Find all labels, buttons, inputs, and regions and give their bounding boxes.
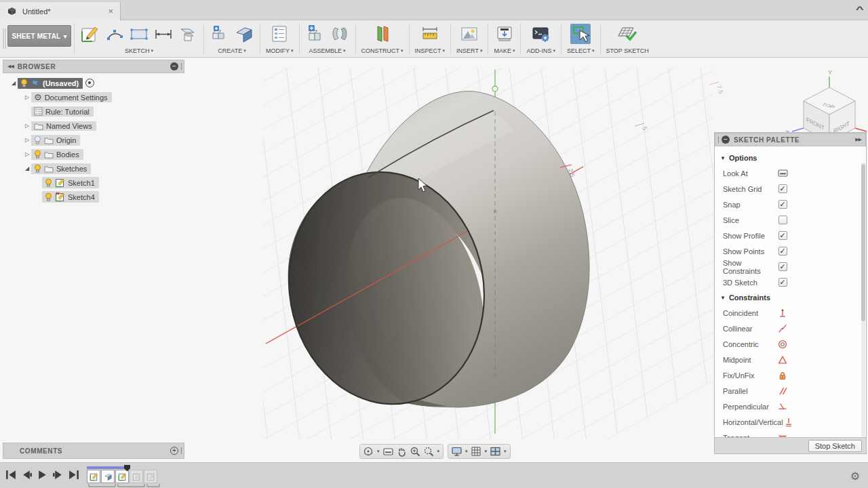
option-row-sketch-grid[interactable]: Sketch Grid ✓ <box>715 181 866 197</box>
parallel-icon[interactable] <box>778 386 787 396</box>
tree-row-sketches[interactable]: ◢ Sketches <box>3 161 184 176</box>
constraints-section-header[interactable]: ▼ Constraints <box>715 290 866 305</box>
display-settings-icon[interactable] <box>451 446 462 457</box>
option-row-snap[interactable]: Snap ✓ <box>715 197 866 212</box>
toolbar-grip[interactable] <box>3 28 6 49</box>
visibility-bulb-icon[interactable] <box>34 150 41 159</box>
timeline-sketch-feature-current[interactable] <box>115 470 129 483</box>
options-section-header[interactable]: ▼ Options <box>715 150 866 165</box>
visibility-bulb-off-icon[interactable] <box>34 136 41 145</box>
tree-row-root[interactable]: ◢ (Unsaved) <box>3 76 184 90</box>
stop-sketch-icon[interactable] <box>617 24 637 44</box>
tree-row-sketch1[interactable]: Sketch1 <box>3 176 184 190</box>
timeline-flange-feature[interactable] <box>101 470 115 483</box>
panel-grip[interactable] <box>718 136 719 143</box>
orbit-icon[interactable] <box>363 446 374 457</box>
zoom-icon[interactable] <box>410 446 421 457</box>
workspace-selector[interactable]: SHEET METAL ▾ <box>7 25 71 47</box>
step-back-icon[interactable] <box>21 470 33 480</box>
timeline-sketch-feature[interactable] <box>87 470 100 483</box>
look-at-button-icon[interactable] <box>778 169 788 178</box>
go-to-end-icon[interactable] <box>68 470 79 480</box>
constraint-row-concentric[interactable]: Concentric <box>715 336 866 352</box>
panel-collapse-icon[interactable]: ◀◀ <box>7 64 14 69</box>
tree-expanded-icon[interactable]: ◢ <box>23 165 31 171</box>
checkbox[interactable]: ✓ <box>778 262 787 271</box>
palette-scrollbar[interactable] <box>861 163 865 437</box>
zoom-window-icon[interactable] <box>423 446 435 457</box>
fix-unfix-lock-icon[interactable] <box>778 371 787 380</box>
tree-row-bodies[interactable]: ▷ Bodies <box>3 147 184 161</box>
midpoint-icon[interactable] <box>778 355 787 365</box>
visibility-bulb-icon[interactable] <box>45 178 52 188</box>
tree-collapsed-icon[interactable]: ▷ <box>23 151 31 157</box>
checkbox[interactable]: ✓ <box>778 278 787 287</box>
tree-collapsed-icon[interactable]: ▷ <box>23 123 31 129</box>
checkbox[interactable]: ✓ <box>778 200 787 209</box>
project-include-icon[interactable] <box>178 24 198 44</box>
look-at-icon[interactable] <box>382 446 394 457</box>
checkbox[interactable]: ✓ <box>778 247 787 256</box>
concentric-icon[interactable] <box>778 340 787 349</box>
step-forward-icon[interactable] <box>52 470 64 480</box>
construction-plane-icon[interactable] <box>372 24 393 44</box>
tree-row-named-views[interactable]: ▷ Named Views <box>3 119 184 133</box>
constraint-row-parallel[interactable]: Parallel <box>715 383 866 399</box>
checkbox[interactable]: ✓ <box>778 184 787 193</box>
rectangle-tool-icon[interactable] <box>129 24 149 44</box>
tab-close-icon[interactable]: × <box>108 6 113 16</box>
chevron-down-icon[interactable]: ▾ <box>377 449 380 454</box>
constraint-row-horizontal-vertical[interactable]: Horizontal/Vertical <box>715 414 866 430</box>
chevron-down-icon[interactable]: ▾ <box>465 449 468 454</box>
tree-expanded-icon[interactable]: ◢ <box>9 80 18 86</box>
sheet-metal-rules-icon[interactable] <box>269 24 290 44</box>
timeline-playhead-marker[interactable] <box>124 465 131 472</box>
comments-header[interactable]: COMMENTS + <box>3 443 184 459</box>
chevron-down-icon[interactable]: ▾ <box>485 449 488 454</box>
scripts-addins-icon[interactable] <box>531 24 551 44</box>
option-row-show-constraints[interactable]: Show Constraints ✓ <box>715 259 866 274</box>
visibility-bulb-icon[interactable] <box>45 192 52 202</box>
panel-hide-icon[interactable]: − <box>722 136 730 144</box>
tree-row-rule[interactable]: Rule: Tutorial <box>3 104 184 119</box>
grid-settings-icon[interactable] <box>471 446 482 457</box>
tree-collapsed-icon[interactable]: ▷ <box>23 137 31 143</box>
panel-grip[interactable] <box>181 447 182 454</box>
pan-icon[interactable] <box>396 446 408 457</box>
go-to-start-icon[interactable] <box>5 470 17 480</box>
create-sketch-icon[interactable] <box>80 24 100 44</box>
flange-icon[interactable] <box>234 24 254 44</box>
perpendicular-icon[interactable] <box>778 402 787 411</box>
constraint-row-fix-unfix[interactable]: Fix/UnFix <box>715 367 866 383</box>
timeline-suppressed-feature[interactable] <box>130 470 143 483</box>
option-row-look-at[interactable]: Look At <box>715 165 866 181</box>
tangent-icon[interactable] <box>778 433 787 438</box>
add-comment-icon[interactable]: + <box>170 447 178 455</box>
tree-row-document-settings[interactable]: ▷ ⚙ Document Settings <box>3 90 184 104</box>
sketch-palette-header[interactable]: − SKETCH PALETTE ▶▶ <box>715 133 866 146</box>
document-tab[interactable]: Untitled* × <box>0 1 121 20</box>
preferences-gear-icon[interactable]: ⚙ <box>850 470 860 483</box>
timeline-suppressed-feature[interactable] <box>144 470 157 483</box>
viewports-icon[interactable] <box>490 446 501 457</box>
panel-expand-icon[interactable]: ▶▶ <box>855 137 861 142</box>
tree-row-sketch4[interactable]: Sketch4 <box>3 190 184 204</box>
play-icon[interactable] <box>37 470 48 480</box>
tree-collapsed-icon[interactable]: ▷ <box>23 94 31 100</box>
collinear-icon[interactable] <box>778 324 787 333</box>
horizontal-vertical-icon[interactable] <box>784 418 793 427</box>
visibility-bulb-icon[interactable] <box>20 79 28 88</box>
measure-icon[interactable] <box>420 24 440 44</box>
option-row-slice[interactable]: Slice <box>715 212 866 228</box>
constraint-row-perpendicular[interactable]: Perpendicular <box>715 399 866 414</box>
constraint-row-tangent[interactable]: Tangent <box>715 430 866 437</box>
option-row-show-profile[interactable]: Show Profile ✓ <box>715 228 866 243</box>
visibility-bulb-icon[interactable] <box>34 164 41 174</box>
constraint-row-midpoint[interactable]: Midpoint <box>715 352 866 367</box>
sketch-dimension-icon[interactable] <box>153 24 174 44</box>
joint-icon[interactable] <box>330 24 350 44</box>
checkbox[interactable] <box>778 216 787 224</box>
scrollbar-thumb[interactable] <box>861 164 865 321</box>
constraint-row-collinear[interactable]: Collinear <box>715 321 866 336</box>
panel-hide-icon[interactable]: − <box>170 62 178 70</box>
